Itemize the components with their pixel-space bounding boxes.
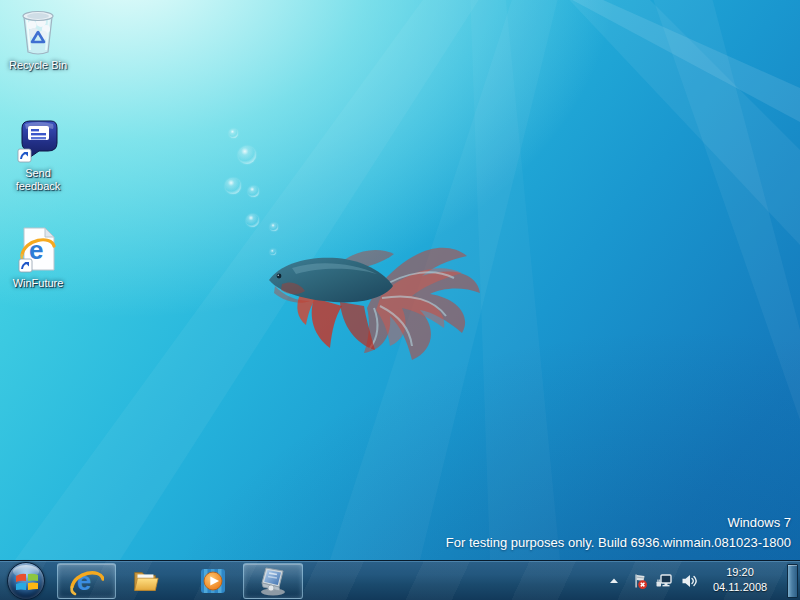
- network-icon[interactable]: [655, 572, 673, 590]
- icon-label: Recycle Bin: [9, 59, 67, 72]
- icon-label: WinFuture: [13, 277, 64, 290]
- volume-icon[interactable]: [680, 572, 698, 590]
- taskbar-button-tablet-device-app[interactable]: [243, 563, 303, 599]
- folder-icon: [130, 566, 160, 596]
- taskbar: e: [0, 560, 800, 600]
- media-player-icon: [198, 566, 228, 596]
- system-tray: [605, 561, 698, 600]
- windows7-desktop: Recycle Bin: [0, 0, 800, 600]
- shortcut-arrow-badge: [19, 259, 32, 272]
- icon-label: Send feedback: [3, 167, 73, 193]
- tablet-device-icon: [257, 565, 289, 597]
- show-desktop-button[interactable]: [787, 564, 798, 598]
- taskbar-clock[interactable]: 19:20 04.11.2008: [703, 565, 777, 595]
- desktop-icon-winfuture[interactable]: e WinFuture: [0, 224, 76, 290]
- recycle-bin-icon: [16, 6, 60, 56]
- desktop-icon-send-feedback[interactable]: Send feedback: [0, 114, 76, 193]
- send-feedback-icon: [17, 114, 59, 164]
- internet-explorer-icon: e: [70, 565, 104, 597]
- taskbar-button-internet-explorer[interactable]: e: [57, 563, 116, 599]
- taskbar-button-media-player[interactable]: [196, 563, 230, 599]
- windows-flag-icon: [16, 572, 38, 592]
- shortcut-arrow-badge: [18, 149, 31, 162]
- svg-text:e: e: [77, 566, 91, 596]
- start-button[interactable]: [7, 562, 45, 600]
- internet-explorer-shortcut-icon: e: [17, 224, 59, 274]
- action-center-alert-icon[interactable]: [630, 572, 648, 590]
- desktop-icon-recycle-bin[interactable]: Recycle Bin: [0, 6, 76, 72]
- desktop-wallpaper: [0, 0, 800, 600]
- hidden-icons-up-arrow-icon[interactable]: [605, 572, 623, 590]
- clock-date: 04.11.2008: [703, 580, 777, 595]
- clock-time: 19:20: [703, 565, 777, 580]
- taskbar-button-windows-explorer[interactable]: [128, 563, 162, 599]
